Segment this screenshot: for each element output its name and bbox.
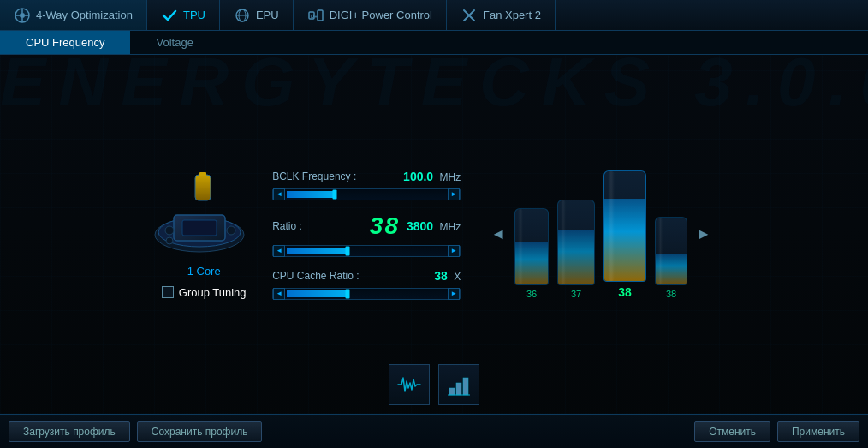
cylinder-38-active: 38: [603, 170, 646, 299]
nav-4way[interactable]: 4-Way Optimization: [0, 0, 147, 30]
bclk-value: 100.0: [403, 170, 433, 183]
cyl-label-38-active: 38: [618, 285, 632, 299]
top-nav: 4-Way Optimization TPU EPU D+: [0, 0, 868, 31]
chart-btn[interactable]: [438, 364, 479, 405]
svg-rect-15: [199, 172, 206, 176]
cylinders-prev-btn[interactable]: ◄: [486, 225, 510, 243]
cyl-label-38-b: 38: [666, 289, 676, 299]
ratio-label: Ratio :: [272, 220, 302, 232]
bclk-slider-left[interactable]: ◄: [273, 188, 285, 200]
nav-4way-label: 4-Way Optimization: [36, 9, 133, 21]
ratio-value-row: 38 3800 MHz: [370, 212, 461, 240]
cache-control: CPU Cache Ratio : 38 X ◄ ►: [272, 269, 461, 300]
cache-slider-track[interactable]: ◄ ►: [272, 288, 461, 300]
tab-voltage[interactable]: Voltage: [130, 31, 218, 54]
tpu-icon: [161, 7, 178, 24]
svg-rect-19: [182, 220, 217, 236]
cache-value: 38: [434, 269, 448, 283]
bclk-unit: MHz: [440, 171, 461, 183]
cylinders-section: ◄ 36 37: [486, 170, 716, 299]
cyl-label-36: 36: [526, 289, 537, 299]
waveform-btn[interactable]: [389, 364, 430, 405]
apply-btn[interactable]: Применить: [777, 421, 859, 442]
ratio-display: 3800: [407, 219, 433, 233]
ratio-label-row: Ratio : 38 3800 MHz: [272, 212, 461, 240]
waveform-icon: [396, 373, 422, 397]
group-tuning-checkbox[interactable]: [162, 286, 174, 298]
nav-fanx[interactable]: Fan Xpert 2: [447, 0, 556, 30]
cylinder-37: 37: [557, 200, 595, 299]
cylinder-36: 36: [514, 208, 549, 299]
svg-rect-23: [449, 388, 455, 395]
cyl-label-37: 37: [571, 289, 581, 299]
cache-slider-left[interactable]: ◄: [273, 288, 285, 300]
group-tuning-label: Group Tuning: [179, 286, 247, 299]
bottom-left-buttons: Загрузить профиль Сохранить профиль: [9, 421, 262, 442]
ratio-unit: MHz: [440, 221, 461, 233]
cpu-illustration: [152, 170, 255, 256]
save-profile-btn[interactable]: Сохранить профиль: [137, 421, 263, 442]
svg-rect-14: [195, 175, 211, 200]
svg-rect-10: [318, 10, 323, 21]
svg-point-1: [20, 13, 25, 18]
nav-epu-label: EPU: [256, 9, 279, 21]
cache-slider-right[interactable]: ►: [448, 288, 460, 300]
group-tuning-row: Group Tuning: [162, 286, 247, 299]
bclk-label-row: BCLK Frequency : 100.0 MHz: [272, 170, 461, 183]
svg-rect-24: [456, 383, 461, 395]
controls-area: BCLK Frequency : 100.0 MHz ◄ ► Ratio : 3…: [272, 170, 461, 300]
bclk-slider-right[interactable]: ►: [448, 188, 460, 200]
cylinder-38-b: 38: [655, 217, 687, 299]
nav-fanx-label: Fan Xpert 2: [483, 9, 541, 21]
nav-tpu-label: TPU: [183, 9, 205, 21]
bclk-control: BCLK Frequency : 100.0 MHz ◄ ►: [272, 170, 461, 200]
bclk-slider-track[interactable]: ◄ ►: [272, 188, 461, 200]
svg-point-21: [227, 226, 235, 235]
fanx-icon: [461, 7, 478, 24]
cpu-area: 1 Core Group Tuning: [152, 170, 255, 299]
svg-point-22: [166, 237, 173, 244]
ratio-value: 38: [370, 212, 400, 240]
nav-epu[interactable]: EPU: [220, 0, 294, 30]
ratio-slider-track[interactable]: ◄ ►: [272, 245, 461, 257]
cylinders-container: 36 37 38: [514, 170, 687, 299]
bottom-bar: Загрузить профиль Сохранить профиль Отме…: [0, 414, 868, 448]
svg-point-20: [165, 226, 174, 235]
cache-unit: X: [454, 271, 461, 283]
cache-label: CPU Cache Ratio :: [272, 270, 359, 282]
cylinders-next-btn[interactable]: ►: [692, 225, 716, 243]
bottom-right-buttons: Отменить Применить: [694, 421, 859, 442]
digi-icon: D+: [307, 7, 324, 24]
cache-label-row: CPU Cache Ratio : 38 X: [272, 269, 461, 283]
main-content: 1 Core Group Tuning BCLK Frequency : 100…: [0, 55, 868, 414]
svg-rect-25: [463, 378, 468, 395]
4way-icon: [14, 7, 31, 24]
sub-tabs: CPU Frequency Voltage: [0, 31, 868, 55]
core-label: 1 Core: [187, 265, 221, 278]
ratio-control: Ratio : 38 3800 MHz ◄ ►: [272, 212, 461, 257]
ratio-slider-left[interactable]: ◄: [273, 245, 285, 257]
nav-digi[interactable]: D+ DIGI+ Power Control: [294, 0, 447, 30]
chart-icon: [446, 373, 472, 397]
ratio-slider-right[interactable]: ►: [448, 245, 460, 257]
load-profile-btn[interactable]: Загрузить профиль: [9, 421, 130, 442]
tab-cpu-frequency[interactable]: CPU Frequency: [0, 31, 130, 54]
nav-digi-label: DIGI+ Power Control: [330, 9, 432, 21]
bottom-icons: [389, 364, 479, 405]
cancel-btn[interactable]: Отменить: [694, 421, 770, 442]
nav-tpu[interactable]: TPU: [147, 0, 220, 30]
bclk-label: BCLK Frequency :: [272, 170, 356, 182]
epu-icon: [234, 7, 251, 24]
svg-text:D+: D+: [311, 14, 318, 19]
